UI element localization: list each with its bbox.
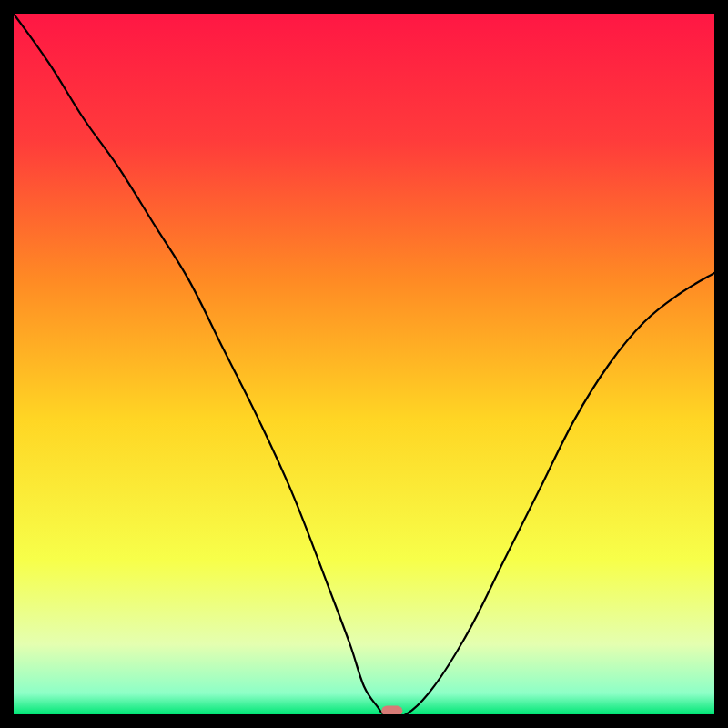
- bottleneck-plot: [14, 14, 714, 714]
- optimal-marker: [381, 705, 402, 714]
- chart-frame: TheBottleneck.com: [14, 14, 714, 714]
